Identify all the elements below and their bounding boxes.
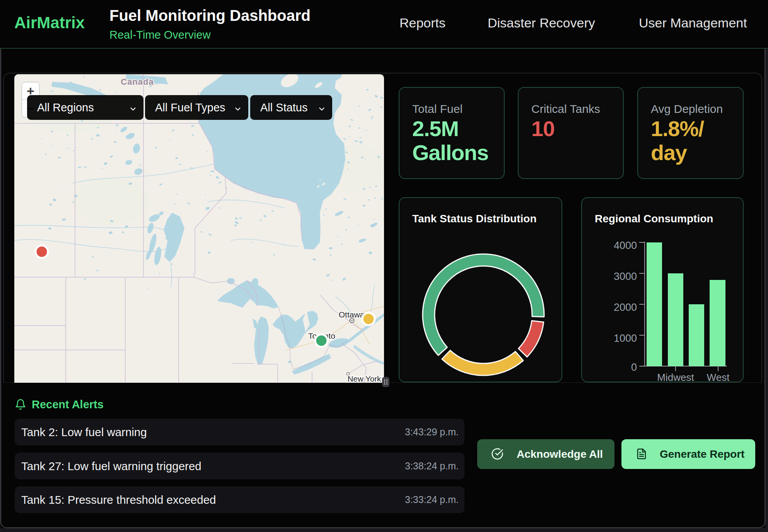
svg-text:New York: New York — [348, 374, 381, 383]
svg-text:0: 0 — [631, 361, 637, 373]
svg-text:Canada: Canada — [121, 77, 154, 87]
svg-text:1000: 1000 — [614, 332, 637, 344]
svg-text:2000: 2000 — [614, 302, 637, 313]
svg-text:Midwest: Midwest — [657, 372, 694, 382]
svg-text:3000: 3000 — [614, 271, 637, 282]
svg-text:Ottawa: Ottawa — [339, 310, 365, 319]
svg-text:4000: 4000 — [614, 240, 637, 251]
svg-text:West: West — [707, 372, 730, 382]
